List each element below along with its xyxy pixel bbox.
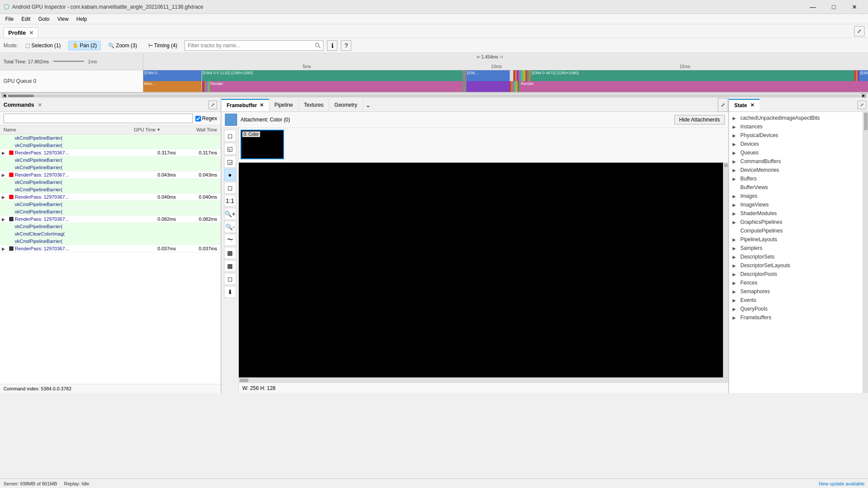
list-item[interactable]: ▶ Buffers xyxy=(729,174,868,183)
selection-mode-btn[interactable]: ⬚ Selection (1) xyxy=(21,41,64,50)
profile-tab-close[interactable]: ✕ xyxy=(29,30,33,36)
menu-file[interactable]: File xyxy=(2,15,17,23)
fb-tool-select2[interactable]: ◻ xyxy=(224,182,236,194)
regex-checkbox[interactable] xyxy=(195,116,201,121)
framebuffer-maximize-button[interactable]: ⤢ xyxy=(718,98,728,112)
profile-maximize-button[interactable]: ⤢ xyxy=(854,26,865,36)
hscroll-thumb2[interactable] xyxy=(240,379,248,382)
fb-image-area[interactable] xyxy=(239,163,723,377)
framebuffer-tab-close[interactable]: ✕ xyxy=(260,102,264,108)
menu-edit[interactable]: Edit xyxy=(18,15,34,23)
vscroll-thumb[interactable] xyxy=(724,164,728,167)
commands-maximize-button[interactable]: ⤢ xyxy=(208,101,217,109)
list-item[interactable]: ComputePipelines xyxy=(729,226,868,235)
list-item[interactable]: ▶ cachedUnpackedImageAspectBits xyxy=(729,114,868,122)
filter-tracks-input[interactable] xyxy=(185,40,323,51)
expand-icon[interactable]: ▶ xyxy=(2,173,8,177)
expand-icon[interactable]: ▶ xyxy=(2,151,8,155)
fb-horizontal-scrollbar[interactable] xyxy=(239,377,728,383)
table-row[interactable]: vkCmdPipelineBarrier( xyxy=(0,142,221,149)
state-scrollbar[interactable] xyxy=(863,112,868,393)
tabs-more-button[interactable]: ⌄ xyxy=(363,98,373,112)
state-scroll-thumb[interactable] xyxy=(864,113,868,130)
horizontal-scrollbar[interactable]: ◀ ▶ xyxy=(0,93,868,98)
scroll-track[interactable] xyxy=(8,95,860,97)
fb-tool-select[interactable]: ◻ xyxy=(224,130,236,142)
table-row[interactable]: ▶ RenderPass: 12970367... 0.037ms 0.037m… xyxy=(0,245,221,252)
pan-mode-btn[interactable]: ✋ Pan (2) xyxy=(68,41,101,50)
list-item[interactable]: ▶ Queues xyxy=(729,148,868,157)
update-link[interactable]: New update available xyxy=(819,481,865,486)
state-scroll-area[interactable]: ▶ cachedUnpackedImageAspectBits ▶ Instan… xyxy=(729,112,868,393)
scroll-thumb[interactable] xyxy=(8,95,34,97)
timing-mode-btn[interactable]: ⊢ Timing (4) xyxy=(145,41,182,50)
menu-view[interactable]: View xyxy=(54,15,72,23)
expand-icon[interactable]: ▶ xyxy=(2,217,8,222)
state-maximize-button[interactable]: ⤢ xyxy=(858,101,866,109)
expand-icon[interactable]: ▶ xyxy=(2,195,8,200)
tab-framebuffer[interactable]: Framebuffer ✕ xyxy=(221,99,269,111)
fb-tool-checkerboard[interactable]: ▦ xyxy=(224,247,236,259)
list-item[interactable]: ▶ DescriptorSetLayouts xyxy=(729,261,868,270)
table-row[interactable]: vkCmdClearColorImag( xyxy=(0,230,221,238)
fb-tool-wave[interactable]: 〜 xyxy=(224,234,236,246)
list-item[interactable]: ▶ Images xyxy=(729,192,868,200)
fb-tool-checkerboard2[interactable]: ▦ xyxy=(224,260,236,272)
list-item[interactable]: ▶ Semaphores xyxy=(729,287,868,296)
fb-tool-pan[interactable]: ◱ xyxy=(224,143,236,155)
zoom-mode-btn[interactable]: 🔍 Zoom (3) xyxy=(104,41,141,50)
table-row[interactable]: vkCmdPipelineBarrier( xyxy=(0,179,221,186)
table-row[interactable]: vkCmdPipelineBarrier( xyxy=(0,164,221,171)
minimize-button[interactable]: — xyxy=(803,0,823,14)
fb-tool-1to1[interactable]: 1:1 xyxy=(224,195,236,207)
table-row[interactable]: vkCmdPipelineBarrier( xyxy=(0,157,221,164)
gpu-queue-track[interactable]: [5384 0... [5384 0 0 1110] (2280×1080) [… xyxy=(143,70,868,92)
table-row[interactable]: vkCmdPipelineBarrier( xyxy=(0,134,221,142)
fb-tool-crop[interactable]: ◲ xyxy=(224,156,236,168)
table-row[interactable]: vkCmdPipelineBarrier( xyxy=(0,208,221,216)
table-row[interactable]: ▶ RenderPass: 12970367... 0.317ms 0.317m… xyxy=(0,149,221,157)
state-tab-close[interactable]: ✕ xyxy=(750,102,754,108)
table-row[interactable]: ▶ RenderPass: 12970367... 0.040ms 0.040m… xyxy=(0,193,221,201)
list-item[interactable]: ▶ Fences xyxy=(729,278,868,287)
table-row[interactable]: vkCmdPipelineBarrier( xyxy=(0,186,221,193)
fb-thumbnail-color[interactable]: 0: Color xyxy=(241,130,284,159)
list-item[interactable]: ▶ DeviceMemories xyxy=(729,166,868,174)
list-item[interactable]: ▶ PipelineLayouts xyxy=(729,235,868,244)
fb-tool-frame[interactable]: ◻ xyxy=(224,273,236,285)
tab-state[interactable]: State ✕ xyxy=(729,99,759,111)
expand-icon[interactable]: ▶ xyxy=(2,246,8,251)
fb-tool-pixel[interactable]: ● xyxy=(224,169,236,181)
fb-tool-zoom-out[interactable]: 🔍- xyxy=(224,221,236,233)
list-item[interactable]: ▶ ShaderModules xyxy=(729,209,868,218)
table-row[interactable]: ▶ RenderPass: 12970367... 0.043ms 0.043m… xyxy=(0,171,221,179)
list-item[interactable]: ▶ Devices xyxy=(729,140,868,148)
hide-attachments-button[interactable]: Hide Attachments xyxy=(674,115,725,124)
list-item[interactable]: ▶ QueryPools xyxy=(729,305,868,313)
table-row[interactable]: vkCmdPipelineBarrier( xyxy=(0,223,221,230)
list-item[interactable]: ▶ ImageViews xyxy=(729,200,868,209)
list-item[interactable]: ▶ CommandBuffers xyxy=(729,157,868,166)
list-item[interactable]: ▶ Samplers xyxy=(729,244,868,252)
tab-pipeline[interactable]: Pipeline xyxy=(269,99,299,111)
list-item[interactable]: ▶ GraphicsPipelines xyxy=(729,218,868,226)
regex-checkbox-label[interactable]: Regex xyxy=(195,115,217,121)
list-item[interactable]: ▶ PhysicalDevices xyxy=(729,131,868,140)
info-button[interactable]: ℹ xyxy=(327,40,337,51)
fb-tool-download[interactable]: ⬇ xyxy=(224,286,236,298)
scroll-left-arrow[interactable]: ◀ xyxy=(2,93,7,98)
close-button[interactable]: ✕ xyxy=(845,0,865,14)
maximize-button[interactable]: □ xyxy=(824,0,844,14)
list-item[interactable]: ▶ Instances xyxy=(729,122,868,131)
tab-geometry[interactable]: Geometry xyxy=(329,99,363,111)
list-item[interactable]: ▶ DescriptorPools xyxy=(729,270,868,278)
fb-tool-zoom-in[interactable]: 🔍+ xyxy=(224,208,236,220)
commands-close[interactable]: ✕ xyxy=(38,102,42,108)
list-item[interactable]: ▶ DescriptorSets xyxy=(729,252,868,261)
menu-goto[interactable]: Goto xyxy=(35,15,53,23)
cmd-search-input[interactable] xyxy=(3,114,193,123)
list-item[interactable]: ▶ Framebuffers xyxy=(729,313,868,322)
list-item[interactable]: ▶ Events xyxy=(729,296,868,305)
scroll-right-arrow[interactable]: ▶ xyxy=(861,93,866,98)
help-button[interactable]: ? xyxy=(341,40,351,51)
